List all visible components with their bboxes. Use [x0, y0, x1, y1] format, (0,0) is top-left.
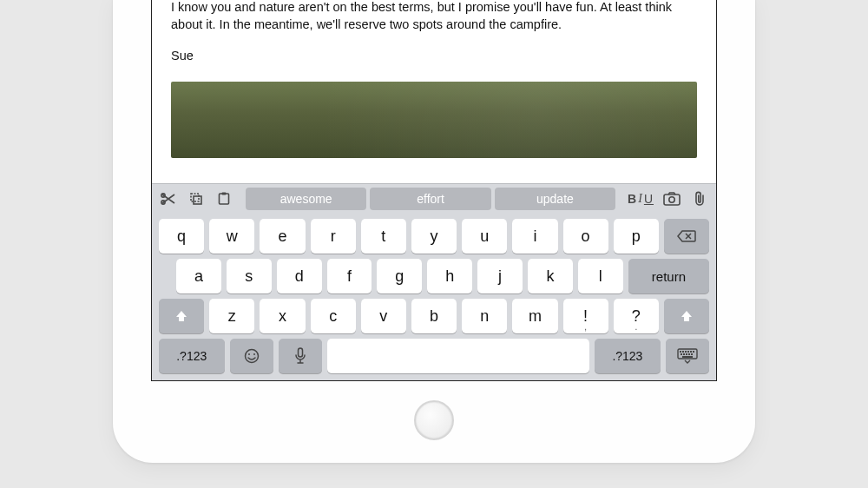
svg-rect-5 — [222, 193, 227, 195]
svg-point-9 — [248, 353, 250, 355]
svg-rect-13 — [680, 351, 681, 353]
camera-icon[interactable] — [662, 189, 681, 208]
copy-icon[interactable] — [187, 189, 206, 208]
svg-rect-22 — [688, 353, 690, 355]
svg-rect-23 — [691, 353, 693, 355]
key-l[interactable]: l — [578, 259, 623, 293]
format-underline-label: U — [644, 192, 654, 206]
keyboard-row-3: z x c v b n m ! , ? . — [152, 293, 716, 333]
key-v[interactable]: v — [361, 299, 406, 333]
key-z[interactable]: z — [209, 299, 254, 333]
backspace-key[interactable] — [664, 219, 709, 254]
key-bottom-label: . — [635, 322, 637, 332]
svg-point-10 — [253, 353, 255, 355]
keyboard-row-1: q w e r t y u i o p — [152, 214, 716, 254]
dismiss-keyboard-key[interactable] — [666, 339, 709, 373]
svg-rect-17 — [690, 351, 692, 353]
format-bold-label: B — [628, 192, 637, 206]
svg-rect-3 — [194, 196, 201, 204]
suggestion-3[interactable]: update — [495, 188, 615, 210]
svg-rect-2 — [191, 194, 199, 201]
keyboard-row-2: a s d f g h j k l return — [152, 254, 716, 293]
key-w[interactable]: w — [209, 219, 254, 254]
home-button[interactable] — [414, 400, 454, 440]
mode-key-left[interactable]: .?123 — [159, 339, 225, 373]
svg-rect-11 — [298, 348, 302, 357]
shift-key-left[interactable] — [159, 299, 204, 333]
return-key[interactable]: return — [628, 259, 709, 293]
format-biu-button[interactable]: B I U — [628, 192, 654, 206]
key-p[interactable]: p — [614, 219, 659, 254]
key-j[interactable]: j — [477, 259, 523, 293]
onscreen-keyboard: awesome effort update B I U q — [152, 183, 716, 380]
key-r[interactable]: r — [311, 219, 356, 254]
svg-rect-6 — [664, 195, 680, 205]
mode-key-right[interactable]: .?123 — [595, 339, 661, 373]
svg-rect-15 — [685, 351, 687, 353]
key-s[interactable]: s — [227, 259, 272, 293]
key-e[interactable]: e — [260, 219, 305, 254]
key-o[interactable]: o — [563, 219, 608, 254]
key-f[interactable]: f — [327, 259, 372, 293]
key-h[interactable]: h — [427, 259, 472, 293]
space-key[interactable] — [327, 339, 589, 373]
svg-rect-4 — [220, 194, 229, 204]
key-exclaim-comma[interactable]: ! , — [563, 299, 608, 333]
suggestion-1[interactable]: awesome — [246, 188, 366, 210]
key-c[interactable]: c — [311, 299, 356, 333]
suggestion-2[interactable]: effort — [370, 188, 490, 210]
key-a[interactable]: a — [176, 259, 221, 293]
paste-icon[interactable] — [214, 189, 233, 208]
key-q[interactable]: q — [159, 219, 204, 254]
svg-rect-21 — [686, 353, 687, 355]
email-content-area[interactable]: I know you and nature aren't on the best… — [152, 0, 716, 183]
email-body-text: I know you and nature aren't on the best… — [171, 0, 697, 33]
email-signoff: Sue — [171, 49, 697, 63]
key-m[interactable]: m — [512, 299, 557, 333]
key-y[interactable]: y — [411, 219, 457, 254]
emoji-key[interactable] — [230, 339, 273, 373]
attachment-icon[interactable] — [690, 189, 709, 208]
key-t[interactable]: t — [361, 219, 406, 254]
dictation-key[interactable] — [279, 339, 322, 373]
svg-rect-16 — [687, 351, 689, 353]
key-b[interactable]: b — [411, 299, 457, 333]
key-u[interactable]: u — [462, 219, 507, 254]
svg-rect-18 — [693, 351, 694, 353]
svg-point-7 — [669, 197, 674, 202]
svg-rect-24 — [682, 356, 693, 358]
svg-rect-20 — [683, 353, 685, 355]
cut-icon[interactable] — [159, 189, 178, 208]
format-italic-label: I — [638, 192, 643, 206]
screen: I know you and nature aren't on the best… — [151, 0, 717, 381]
key-i[interactable]: i — [512, 219, 557, 254]
keyboard-row-4: .?123 .?123 — [152, 333, 716, 380]
svg-rect-14 — [682, 351, 684, 353]
key-bottom-label: , — [584, 322, 587, 332]
keyboard-toolbar: awesome effort update B I U — [152, 184, 716, 214]
shift-key-right[interactable] — [664, 299, 709, 333]
key-d[interactable]: d — [277, 259, 322, 293]
key-g[interactable]: g — [377, 259, 422, 293]
ipad-device-frame: I know you and nature aren't on the best… — [113, 0, 755, 463]
key-x[interactable]: x — [260, 299, 305, 333]
key-k[interactable]: k — [528, 259, 573, 293]
key-question-period[interactable]: ? . — [614, 299, 659, 333]
key-n[interactable]: n — [462, 299, 507, 333]
suggestion-bar: awesome effort update — [242, 188, 619, 210]
svg-point-8 — [245, 350, 258, 363]
email-attached-image[interactable] — [171, 82, 697, 158]
svg-rect-19 — [681, 353, 682, 355]
